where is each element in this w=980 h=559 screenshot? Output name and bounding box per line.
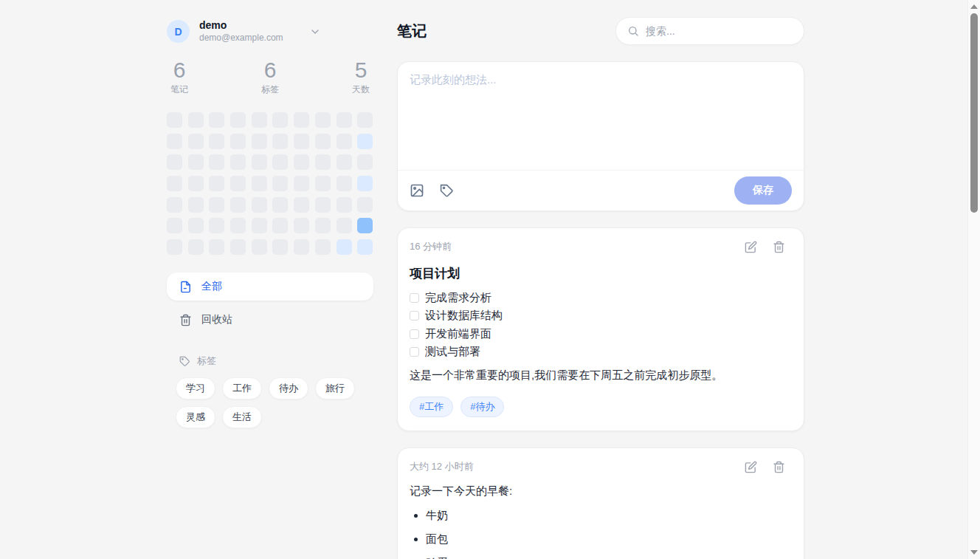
bullet-item: 面包 (426, 532, 792, 546)
note-tag-chip[interactable]: #待办 (460, 397, 504, 417)
add-tag-button[interactable] (440, 184, 454, 198)
heatmap-cell (294, 176, 309, 191)
heatmap-cell (315, 154, 331, 170)
tags-section-header: 标签 (167, 354, 373, 368)
heatmap-cell (294, 134, 309, 149)
user-email: demo@example.com (199, 32, 283, 44)
heatmap-cell (209, 197, 224, 213)
avatar: D (167, 20, 190, 43)
heatmap-cell (357, 134, 373, 149)
checkbox[interactable] (410, 329, 419, 339)
heatmap-cell (272, 197, 288, 213)
checkbox[interactable] (410, 293, 419, 303)
heatmap-cell (252, 176, 267, 191)
heatmap-cell (230, 134, 246, 149)
stat-days: 5 天数 (348, 58, 373, 96)
heatmap-cell (315, 239, 331, 255)
scrollbar-up-arrow[interactable] (970, 4, 978, 9)
heatmap-cell (252, 134, 267, 149)
edit-note-button[interactable] (745, 461, 757, 473)
composer-textarea[interactable] (410, 73, 792, 159)
heatmap-cell (272, 239, 288, 255)
stats-row: 6 笔记 6 标签 5 天数 (167, 58, 373, 96)
tag-pill[interactable]: 灵感 (176, 406, 215, 428)
note-bullet-list: 牛奶面包鸡蛋 (426, 509, 792, 559)
heatmap-cell (209, 154, 224, 170)
edit-icon (745, 461, 757, 473)
checkbox[interactable] (410, 347, 419, 357)
heatmap-cell (209, 112, 224, 128)
heatmap-cell (188, 197, 204, 213)
tag-pill[interactable]: 学习 (176, 377, 215, 399)
scrollbar-thumb[interactable] (970, 13, 978, 213)
search-box[interactable] (615, 17, 804, 45)
sidebar-item-all-notes[interactable]: 全部 (167, 272, 373, 301)
heatmap-cell (337, 176, 352, 191)
edit-note-button[interactable] (745, 241, 757, 253)
heatmap-cell (230, 197, 246, 213)
heatmap-cell (294, 197, 309, 213)
heatmap-cell (272, 112, 288, 128)
heatmap-cell (188, 154, 204, 170)
heatmap-cell (230, 239, 246, 255)
heatmap-cell (252, 218, 267, 233)
note-timestamp: 大约 12 小时前 (410, 460, 474, 473)
heatmap-cell (272, 154, 288, 170)
heatmap-cell (167, 134, 182, 149)
heatmap-cell (252, 154, 267, 170)
heatmap-cell (315, 134, 331, 149)
note-tag-chips: #工作#待办 (410, 397, 792, 417)
note-title: 项目计划 (410, 265, 792, 282)
heatmap-cell (272, 176, 288, 191)
page-title: 笔记 (397, 21, 427, 41)
heatmap-cell (188, 176, 204, 191)
main-content: 笔记 (397, 0, 804, 559)
tag-pill[interactable]: 生活 (222, 406, 262, 428)
search-input[interactable] (646, 25, 793, 37)
sidebar: D demo demo@example.com 6 笔记 6 标签 5 天数 (167, 0, 373, 559)
note-paragraph: 这是一个非常重要的项目,我们需要在下周五之前完成初步原型。 (410, 366, 792, 385)
delete-note-button[interactable] (773, 461, 785, 473)
tag-pill[interactable]: 工作 (222, 377, 262, 399)
heatmap-cell (315, 218, 331, 233)
tag-pill[interactable]: 待办 (269, 377, 308, 399)
heatmap-cell (209, 218, 224, 233)
heatmap-cell (167, 218, 182, 233)
heatmap-cell (357, 112, 373, 128)
scrollbar-down-arrow[interactable] (970, 550, 978, 555)
edit-icon (745, 241, 757, 253)
checklist-item: 完成需求分析 (410, 289, 792, 307)
heatmap-cell (294, 218, 309, 233)
checklist-item: 开发前端界面 (410, 325, 792, 343)
delete-note-button[interactable] (773, 241, 785, 253)
heatmap-cell (337, 218, 352, 233)
chevron-down-icon[interactable] (309, 26, 321, 41)
stat-tags-value: 6 (258, 58, 283, 82)
attach-image-button[interactable] (410, 183, 424, 198)
checkbox[interactable] (410, 311, 419, 320)
heatmap-cell (252, 197, 267, 213)
note-actions (745, 461, 792, 473)
save-button[interactable]: 保存 (734, 176, 792, 205)
sidebar-item-trash[interactable]: 回收站 (167, 306, 373, 334)
note-header: 大约 12 小时前 (410, 460, 792, 473)
stat-notes: 6 笔记 (167, 58, 192, 96)
vertical-scrollbar[interactable] (967, 0, 980, 559)
tags-section-label: 标签 (197, 354, 216, 368)
note-tag-chip[interactable]: #工作 (410, 397, 453, 417)
profile-text: demo demo@example.com (199, 19, 283, 44)
bullet-item: 牛奶 (426, 509, 792, 523)
user-profile[interactable]: D demo demo@example.com (167, 19, 373, 44)
heatmap-cell (188, 112, 204, 128)
heatmap-cell (167, 239, 182, 255)
tag-icon (179, 356, 190, 367)
note-checklist: 完成需求分析设计数据库结构开发前端界面测试与部署 (410, 289, 792, 361)
tag-pill[interactable]: 旅行 (315, 377, 355, 399)
trash-icon (773, 241, 785, 253)
heatmap-cell (337, 197, 352, 213)
sidebar-item-label: 全部 (201, 280, 222, 293)
trash-icon (773, 461, 785, 473)
search-icon (627, 25, 639, 37)
composer-toolbar: 保存 (398, 170, 804, 210)
checklist-item-label: 开发前端界面 (425, 327, 491, 341)
